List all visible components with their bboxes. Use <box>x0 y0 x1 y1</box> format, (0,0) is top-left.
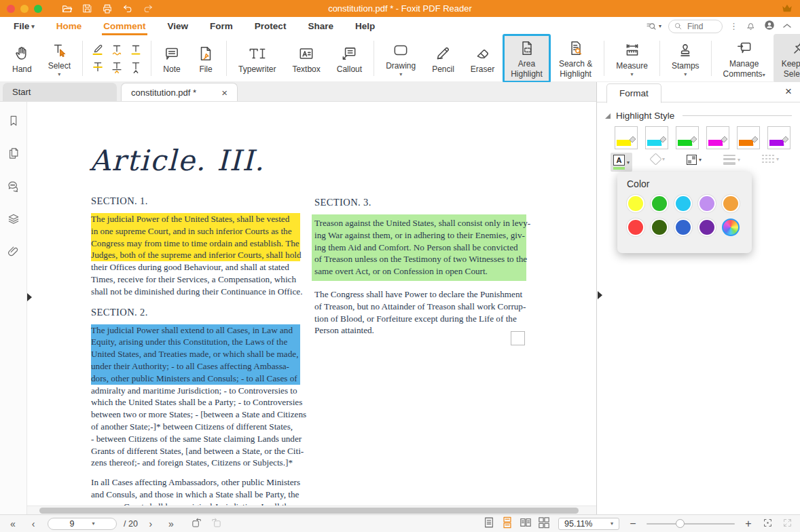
tab-constitution-pdf[interactable]: constitution.pdf * × <box>121 83 238 101</box>
replace-text-icon[interactable] <box>109 60 124 75</box>
empty-area-highlight-box[interactable] <box>511 331 525 345</box>
menu-file[interactable]: File▾ <box>11 17 37 35</box>
menu-home[interactable]: Home <box>54 17 85 35</box>
undo-icon[interactable] <box>122 3 134 15</box>
menu-form[interactable]: Form <box>207 17 236 35</box>
area-highlight-tool-button[interactable]: Area Highlight <box>503 34 551 83</box>
account-avatar-icon[interactable] <box>763 19 776 33</box>
last-page-button[interactable]: » <box>161 518 181 529</box>
attachments-panel-icon[interactable] <box>7 245 20 261</box>
next-page-button[interactable]: › <box>141 518 161 529</box>
pencil-tool-button[interactable]: Pencil <box>424 39 462 78</box>
notifications-bell-icon[interactable] <box>745 20 757 33</box>
eraser-tool-button[interactable]: Eraser <box>462 39 503 78</box>
color-swatch-orange[interactable] <box>722 195 740 212</box>
single-page-view-icon[interactable] <box>483 516 495 531</box>
typewriter-tool-button[interactable]: Typewriter <box>230 39 284 78</box>
bookmarks-panel-icon[interactable] <box>7 114 20 130</box>
collapse-ribbon-icon[interactable] <box>782 21 792 31</box>
area-highlight-annotation[interactable]: Treason against the United States, shall… <box>312 214 526 281</box>
more-options-icon[interactable]: ⋮ <box>729 21 738 31</box>
squiggly-underline-icon[interactable] <box>109 42 124 57</box>
color-swatch-yellow[interactable] <box>627 195 644 212</box>
zoom-level-input[interactable]: 95.11% ▾ <box>558 518 619 530</box>
fit-page-icon[interactable] <box>762 517 774 531</box>
next-view-icon[interactable] <box>211 517 222 531</box>
horizontal-scrollbar[interactable] <box>27 506 596 514</box>
zoom-slider[interactable] <box>647 519 735 529</box>
menu-view[interactable]: View <box>165 17 192 35</box>
collapse-triangle-icon[interactable] <box>605 113 611 119</box>
find-box[interactable] <box>668 20 723 33</box>
search-and-highlight-tool-button[interactable]: Search & Highlight <box>551 34 600 83</box>
highlight-style-orange[interactable] <box>737 126 760 149</box>
highlight-style-yellow[interactable] <box>615 126 638 149</box>
shape-property-button[interactable]: ▾ <box>649 153 668 166</box>
find-input[interactable] <box>686 21 717 32</box>
underline-text-icon[interactable] <box>128 42 143 57</box>
strikethrough-text-icon[interactable] <box>90 60 105 75</box>
zoom-slider-thumb[interactable] <box>676 519 685 528</box>
close-tab-icon[interactable]: × <box>221 88 228 98</box>
select-tool-button[interactable]: Select ▾ <box>40 36 79 81</box>
callout-tool-button[interactable]: Callout <box>329 39 370 78</box>
previous-page-button[interactable]: ‹ <box>23 518 43 529</box>
facing-continuous-view-icon[interactable] <box>538 516 550 531</box>
previous-view-icon[interactable] <box>191 517 202 531</box>
highlight-style-magenta[interactable] <box>706 126 729 149</box>
color-property-button[interactable]: A ▾ <box>611 153 632 172</box>
premium-crown-icon[interactable] <box>781 3 793 16</box>
drawing-tool-button[interactable]: Drawing ▾ <box>378 36 424 81</box>
tab-start[interactable]: Start <box>3 83 117 101</box>
save-icon[interactable] <box>81 3 93 15</box>
maximize-window-button[interactable] <box>34 5 42 13</box>
opacity-property-button[interactable]: ▾ <box>684 153 704 167</box>
zoom-out-button[interactable]: − <box>628 518 638 530</box>
color-swatch-cyan[interactable] <box>674 195 692 212</box>
line-width-property-button[interactable]: ▾ <box>721 153 743 167</box>
fullscreen-icon[interactable] <box>782 517 793 531</box>
highlight-text-icon[interactable] <box>90 42 105 57</box>
measure-tool-button[interactable]: Measure ▾ <box>608 36 656 81</box>
layers-panel-icon[interactable] <box>7 212 20 229</box>
close-panel-icon[interactable]: × <box>785 85 792 98</box>
continuous-view-icon[interactable] <box>501 516 513 531</box>
menu-help[interactable]: Help <box>352 17 378 35</box>
menu-protect[interactable]: Protect <box>252 17 289 35</box>
comments-panel-icon[interactable] <box>6 179 20 196</box>
sidebar-expand-handle[interactable] <box>27 293 32 301</box>
pdf-page[interactable]: Article. III. SECTION. 1. The judicial P… <box>27 102 596 514</box>
file-attachment-tool-button[interactable]: File <box>189 39 223 78</box>
stamps-tool-button[interactable]: Stamps ▾ <box>663 36 708 81</box>
menu-share[interactable]: Share <box>305 17 336 35</box>
format-tab[interactable]: Format <box>606 83 661 103</box>
insert-text-icon[interactable] <box>128 60 143 75</box>
horizontal-scrollbar-thumb[interactable] <box>39 508 579 514</box>
textbox-tool-button[interactable]: Textbox <box>284 39 328 78</box>
color-swatch-dark-green[interactable] <box>651 218 668 236</box>
redo-icon[interactable] <box>142 3 154 15</box>
minimize-window-button[interactable] <box>20 5 29 13</box>
custom-color-wheel-icon[interactable] <box>722 218 740 236</box>
color-swatch-green[interactable] <box>651 195 668 212</box>
color-swatch-dark-purple[interactable] <box>698 218 716 236</box>
zoom-in-button[interactable]: + <box>743 518 754 530</box>
page-number-input[interactable]: 9 ▾ <box>48 518 117 530</box>
open-file-icon[interactable] <box>61 3 73 15</box>
keep-tool-selected-button[interactable]: Keep Tool Selected <box>774 34 800 83</box>
highlight-style-purple[interactable] <box>767 126 790 149</box>
facing-view-icon[interactable] <box>520 516 532 531</box>
first-page-button[interactable]: « <box>3 518 23 529</box>
color-swatch-blue[interactable] <box>674 218 692 236</box>
panel-collapse-handle[interactable] <box>598 291 602 299</box>
line-style-property-button[interactable]: ▾ <box>759 153 782 165</box>
close-window-button[interactable] <box>7 5 15 13</box>
menu-comment[interactable]: Comment <box>101 17 148 35</box>
print-icon[interactable] <box>101 3 113 15</box>
search-options-icon[interactable]: ▾ <box>645 20 661 33</box>
highlight-style-cyan[interactable] <box>645 126 668 149</box>
color-swatch-red[interactable] <box>627 218 644 236</box>
hand-tool-button[interactable]: Hand <box>4 39 40 78</box>
manage-comments-button[interactable]: Manage Comments▾ <box>715 34 774 83</box>
note-tool-button[interactable]: Note <box>155 39 189 78</box>
